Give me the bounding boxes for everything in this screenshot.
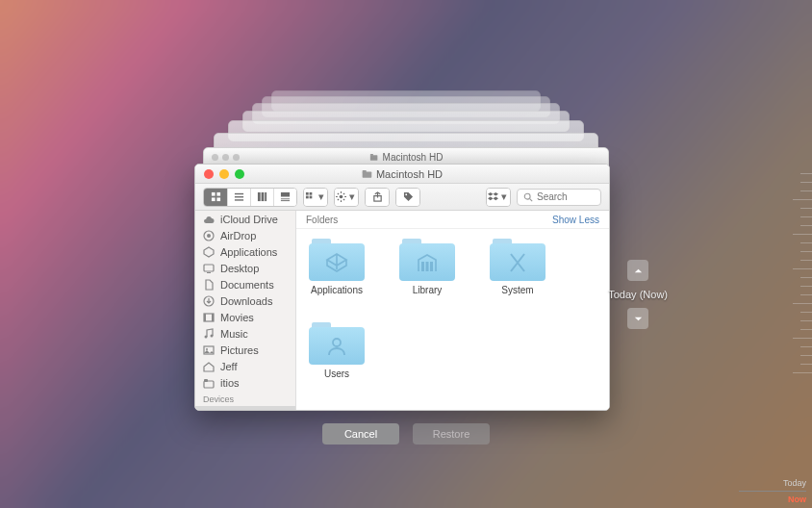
- timeline-now-label: Now: [739, 495, 806, 504]
- desktop-icon: [203, 263, 215, 274]
- action-segment: ▾: [334, 188, 359, 207]
- svg-rect-39: [204, 379, 208, 382]
- svg-rect-12: [262, 192, 265, 201]
- tags-button[interactable]: [396, 189, 419, 206]
- sidebar-device-item[interactable]: Macintosh HD: [195, 406, 295, 410]
- svg-point-47: [333, 339, 341, 346]
- folder-item[interactable]: Library: [396, 239, 458, 295]
- sidebar-item[interactable]: Pictures: [195, 342, 295, 358]
- search-field[interactable]: [517, 189, 601, 206]
- sidebar-item-label: Desktop: [220, 263, 259, 274]
- music-icon: [203, 328, 215, 340]
- sidebar-item-label: itios: [220, 377, 240, 389]
- svg-rect-28: [204, 265, 214, 271]
- pictures-icon: [203, 344, 215, 356]
- folder-label: Users: [324, 368, 349, 379]
- view-list-button[interactable]: [227, 189, 250, 206]
- svg-point-24: [524, 193, 530, 199]
- folders-heading: Folders: [306, 215, 338, 225]
- titlebar: Macintosh HD: [195, 165, 609, 184]
- svg-rect-20: [310, 196, 313, 199]
- svg-point-21: [340, 195, 343, 199]
- tag-icon: [403, 191, 414, 202]
- timeline-down-button[interactable]: [627, 308, 648, 329]
- svg-rect-46: [430, 262, 433, 271]
- sidebar-item[interactable]: Documents: [195, 276, 295, 292]
- svg-rect-15: [281, 198, 290, 199]
- folder-icon: [490, 239, 546, 281]
- svg-point-34: [205, 335, 208, 338]
- sidebar-item[interactable]: Downloads: [195, 292, 295, 309]
- tags-segment: [395, 188, 420, 207]
- svg-rect-16: [281, 200, 290, 201]
- view-mode-segment: [203, 188, 297, 207]
- minimize-button[interactable]: [219, 169, 229, 179]
- sidebar-item[interactable]: Music: [195, 325, 295, 342]
- svg-point-37: [206, 348, 208, 350]
- sidebar-item-label: Applications: [220, 246, 277, 258]
- timeline-ruler: [787, 173, 812, 373]
- dropbox-button[interactable]: ▾: [487, 189, 510, 206]
- time-machine-footer: Cancel Restore: [322, 423, 490, 444]
- view-coverflow-button[interactable]: [273, 189, 296, 206]
- folder-label: Applications: [311, 285, 363, 295]
- svg-point-35: [211, 334, 214, 337]
- svg-rect-14: [281, 192, 290, 197]
- airdrop-icon: [203, 230, 215, 241]
- svg-rect-44: [421, 262, 424, 271]
- folder-icon: [309, 322, 365, 365]
- arrange-button[interactable]: ▾: [304, 189, 327, 206]
- timeline-corner: Today Now: [739, 478, 806, 504]
- sidebar-item-label: Pictures: [220, 344, 259, 356]
- download-icon: [203, 295, 215, 307]
- background-window-title: Macintosh HD: [383, 152, 444, 163]
- show-less-link[interactable]: Show Less: [552, 215, 599, 225]
- folder-item[interactable]: Applications: [306, 239, 368, 295]
- folder-icon: [362, 168, 372, 179]
- content-area: Folders Show Less ApplicationsLibrarySys…: [296, 211, 609, 410]
- timeline-up-button[interactable]: [627, 260, 648, 281]
- svg-rect-4: [211, 192, 215, 196]
- svg-rect-38: [204, 381, 214, 388]
- svg-rect-1: [370, 154, 373, 156]
- movie-icon: [203, 312, 215, 323]
- svg-rect-0: [370, 155, 378, 161]
- dropbox-segment: ▾: [486, 188, 511, 207]
- sidebar-item[interactable]: Jeff: [195, 358, 295, 374]
- svg-rect-8: [235, 193, 243, 194]
- home-icon: [203, 361, 215, 372]
- cancel-button[interactable]: Cancel: [322, 423, 399, 444]
- svg-rect-9: [235, 196, 243, 197]
- sidebar-item[interactable]: Applications: [195, 243, 295, 260]
- action-button[interactable]: ▾: [335, 189, 358, 206]
- dropbox-icon: [488, 191, 498, 202]
- svg-line-25: [530, 198, 533, 201]
- search-icon: [523, 192, 533, 202]
- view-icon-button[interactable]: [204, 189, 227, 206]
- doc-icon: [203, 279, 215, 291]
- zoom-button[interactable]: [235, 169, 244, 179]
- finder-window: Macintosh HD ▾ ▾ ▾: [194, 164, 610, 411]
- search-input[interactable]: [537, 191, 595, 202]
- close-button[interactable]: [204, 169, 214, 179]
- folder-item[interactable]: System: [487, 239, 548, 295]
- share-button[interactable]: [366, 189, 389, 206]
- svg-rect-6: [211, 197, 215, 201]
- svg-rect-29: [207, 272, 211, 273]
- sidebar-item[interactable]: Movies: [195, 309, 295, 325]
- sidebar-item[interactable]: itios: [195, 374, 295, 391]
- svg-rect-5: [216, 192, 220, 196]
- folder-icon: [399, 239, 455, 281]
- cloud-icon: [203, 214, 215, 225]
- sidebar-devices-header: Devices: [195, 391, 295, 406]
- svg-rect-3: [363, 170, 367, 172]
- window-title: Macintosh HD: [376, 168, 443, 180]
- sidebar-item-label: Music: [220, 328, 248, 340]
- svg-rect-18: [310, 192, 313, 195]
- sidebar-item[interactable]: iCloud Drive: [195, 211, 295, 227]
- sidebar-item[interactable]: AirDrop: [195, 227, 295, 243]
- view-column-button[interactable]: [250, 189, 273, 206]
- sidebar-item[interactable]: Desktop: [195, 260, 295, 276]
- folder-item[interactable]: Users: [306, 322, 368, 379]
- gear-icon: [336, 191, 346, 202]
